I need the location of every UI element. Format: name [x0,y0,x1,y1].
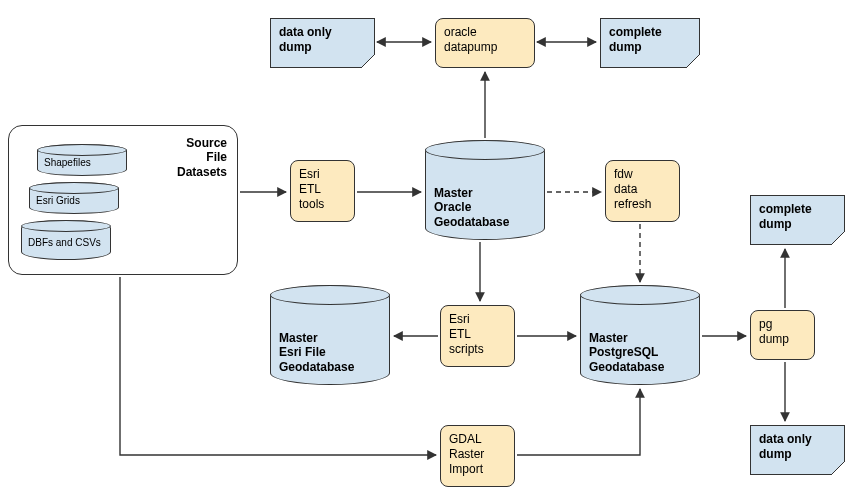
label: data only [279,25,332,39]
label: ETL [299,182,321,196]
label: datapump [444,40,497,54]
label: Esri File [279,345,326,359]
source-shapefiles: Shapefiles [37,144,127,176]
db-master-oracle-geodatabase: Master Oracle Geodatabase [425,140,545,240]
label: Source [186,136,227,150]
db-master-postgresql-geodatabase: Master PostgreSQL Geodatabase [580,285,700,385]
label: Geodatabase [434,215,509,229]
label: data [614,182,637,196]
label: Esri Grids [36,195,80,206]
process-gdal-raster-import: GDAL Raster Import [440,425,515,487]
label: DBFs and CSVs [28,237,101,248]
label: Esri [299,167,320,181]
label: tools [299,197,324,211]
process-pg-dump: pg dump [750,310,815,360]
label: oracle [444,25,477,39]
process-esri-etl-scripts: Esri ETL scripts [440,305,515,367]
source-dbfs-csvs: DBFs and CSVs [21,220,111,260]
note-data-only-dump-right: data only dump [750,425,845,475]
note-data-only-dump-top: data only dump [270,18,375,68]
label: fdw [614,167,633,181]
label: Master [279,331,318,345]
process-fdw-data-refresh: fdw data refresh [605,160,680,222]
label: pg [759,317,772,331]
label: Shapefiles [44,157,91,168]
label: Geodatabase [279,360,354,374]
source-esri-grids: Esri Grids [29,182,119,214]
label: scripts [449,342,484,356]
label: Datasets [177,165,227,179]
process-esri-etl-tools: Esri ETL tools [290,160,355,222]
label: Esri [449,312,470,326]
source-group-title: Source File Datasets [177,136,227,179]
note-complete-dump-right: complete dump [750,195,845,245]
label: Geodatabase [589,360,664,374]
db-master-esri-file-geodatabase: Master Esri File Geodatabase [270,285,390,385]
diagram-canvas: Source File Datasets Shapefiles Esri Gri… [0,0,854,503]
label: Oracle [434,200,471,214]
note-complete-dump-top: complete dump [600,18,700,68]
label: data only [759,432,812,446]
label: Raster [449,447,484,461]
label: complete [609,25,662,39]
source-file-datasets-group: Source File Datasets Shapefiles Esri Gri… [8,125,238,275]
label: ETL [449,327,471,341]
label: refresh [614,197,651,211]
label: PostgreSQL [589,345,658,359]
label: complete [759,202,812,216]
label: Master [434,186,473,200]
label: dump [759,447,792,461]
process-oracle-datapump: oracle datapump [435,18,535,68]
label: dump [609,40,642,54]
label: File [206,150,227,164]
label: dump [279,40,312,54]
label: dump [759,217,792,231]
label: dump [759,332,789,346]
label: Import [449,462,483,476]
label: GDAL [449,432,482,446]
label: Master [589,331,628,345]
